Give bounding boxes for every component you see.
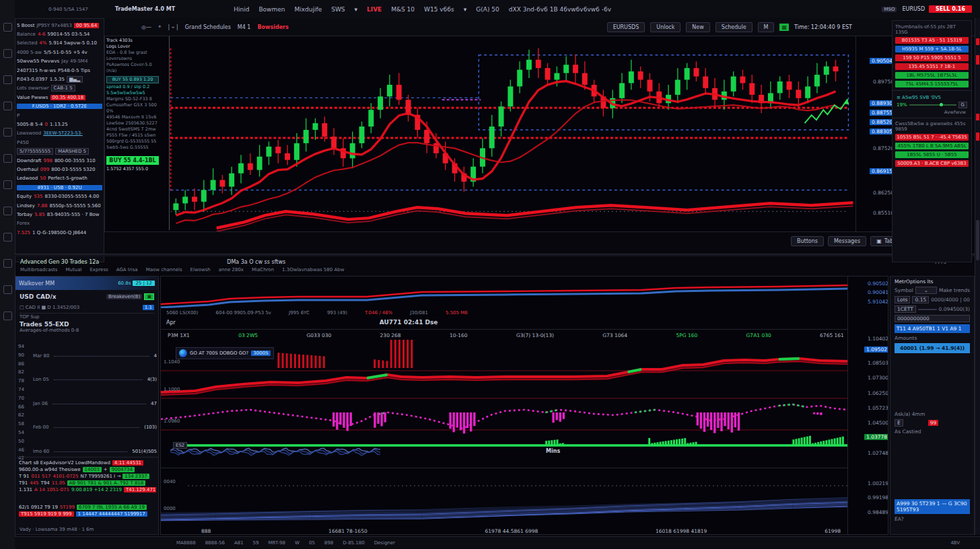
text-gb[interactable]: AB 901 T81 & 901 A..T92 T 818 [67,480,145,486]
layers-icon[interactable] [3,312,12,320]
text-gb[interactable]: 6709 7 I9L 1935 A 66 A9 19 [77,505,147,510]
watch-row[interactable]: Lindsey7.888550p-55-5555 5.560 [17,201,102,210]
watch-row[interactable]: 5 BoostJP95Y 97x485300 95.64 [17,21,102,30]
mini-line-chart[interactable] [161,279,847,308]
menu-item[interactable]: G(A) 50 [471,5,503,14]
watch-row[interactable]: 4000 5-aw5/5-51-0-55 +5 4v [17,48,102,57]
log-row[interactable]: T91445T9411.05AB 901 T81 & 901 A..T92 T … [19,480,156,486]
footer-button[interactable]: Buttons [791,236,824,246]
text-rb[interactable]: T915 5919 919 9 999 [19,511,74,517]
mail-icon[interactable] [3,154,12,163]
toolbar-item[interactable]: Grand Schedules [185,24,231,30]
watch-row[interactable]: Lowswood3EEW-5T223-53- [17,129,102,138]
watch-row[interactable]: P.043-0.03971.5.35▆▄▂ [17,75,102,83]
ea-badge[interactable]: GO AT 700S DOBGO GO? 3000S [176,347,274,359]
slider-track[interactable] [909,104,956,106]
chart-icon[interactable] [3,49,12,58]
toolbar-item[interactable]: M4 1 [238,24,251,30]
bl-mode-chip[interactable]: Breakeven(B) [106,294,142,299]
menu-item[interactable]: M&S 10 [386,5,419,14]
calendar-icon[interactable] [3,128,12,137]
toolbar-right-item[interactable]: EURUSDS [607,22,645,32]
position-row[interactable]: 159 50 P15 5905 5551 5 [895,54,969,61]
text-rb[interactable]: 4:11 44531 [112,460,143,466]
price-chip[interactable]: 1CETT [895,305,916,313]
menu-item[interactable]: Bowmen [254,5,289,14]
toolbar-right-item[interactable]: New [686,22,709,32]
order-bottom-row[interactable]: A999 30 5T239 1 — G 3C90 5195T93 [895,499,970,514]
gauge-row[interactable]: Mar 804 [33,344,157,368]
text-gb[interactable]: 14003 [83,467,102,472]
watch-row[interactable]: 7.5251 Q-G-198500-Q J8644 [17,228,102,237]
buy-badge[interactable]: BUY 55 4.4-1BL [106,156,159,165]
phone-icon[interactable] [3,207,12,215]
watch-row[interactable]: 5005-B 5-401.13.25 [17,120,102,129]
right-scroll-strip[interactable] [975,18,980,535]
buy-sell-button[interactable]: 40001 (1.99 → 41.9(4)) [895,343,970,353]
wrench-icon[interactable] [3,180,12,189]
list-icon[interactable] [3,285,12,294]
text-rb[interactable]: 00.35 400.18 [50,95,86,100]
position-row[interactable]: S0009.A3 · B.ACB CBP v63B3 [895,160,969,167]
bl-detail-chip[interactable]: 1.1 [143,305,154,310]
section-menu-item[interactable]: Elwowsh [190,267,211,275]
text-bb[interactable]: 4931 · U5B · 0.92U [17,185,102,190]
menu-item[interactable]: ▾ [459,5,472,14]
watch-row[interactable]: Downdraft998800-00-3555 310 [17,156,102,165]
book-icon[interactable] [3,233,12,242]
menu-item[interactable]: SWS [326,5,349,14]
log-row[interactable]: 1.131A 14 1051-0719:00.819 +14 2 2319T41… [19,487,156,492]
lots-input[interactable]: 0.15 [912,296,929,303]
slider-button[interactable]: G [958,102,967,108]
account-field[interactable]: 0000000000 [895,315,970,322]
text-box[interactable]: CAB-1 5 [51,85,75,92]
watch-row[interactable]: P450 [17,138,102,147]
log-row[interactable]: T915 5919 919 9 9991 14447 44444447 5199… [19,511,156,517]
section-menu-item[interactable]: Mutual [65,267,81,275]
ribbon-chart[interactable] [161,468,847,530]
section-menu-item[interactable]: 1.3Owlavnabwas 580 Abw [282,267,344,275]
menu-item[interactable]: Hinid [229,5,254,14]
section-menu-item[interactable]: anne 280x [219,267,244,275]
watch-row[interactable]: Balance4-659014-55 03-5.54 [17,30,102,38]
gauge-row[interactable]: Lon 054(3) [33,368,157,392]
bl-green-icon[interactable]: ▣ [144,293,154,300]
toolbar-right-item[interactable]: M [758,22,775,32]
section-menu-item[interactable]: MiaChron [252,267,274,275]
watch-row[interactable]: Ledwood50Perfect-5-growth [17,174,102,183]
tp-row[interactable]: T11 4 A950TB1 1 V1 A9 1 [895,324,970,333]
menu-item[interactable]: LIVE [362,5,386,14]
text-rb[interactable]: T41.129.4711 [124,487,156,492]
lots-chip[interactable]: Lots [895,296,910,303]
position-row[interactable]: 135.45 5351 7 1B-1 [895,63,969,70]
corner-chip[interactable]: MSO [882,7,897,12]
text-box[interactable]: 5/7?5555555 [17,148,53,155]
position-row[interactable]: 455% 1TB0 L B 5A.9M5 AB5L [895,143,969,149]
log-row[interactable]: Chart s8 ExpAdvisor-V2 LowdMandowd4:11 4… [19,460,156,466]
watch-row[interactable]: P [17,111,102,120]
position-row[interactable]: 1BL M5755L 1B75L5L [895,72,969,79]
margin-checkbox[interactable]: E [895,419,903,427]
text-link[interactable]: 3EEW-5T223-53- [43,131,83,136]
toolbar-icon[interactable]: | ⌁ | [168,24,178,30]
gauge-row[interactable]: Jan 0647 [33,392,157,416]
text-gb[interactable]: 9004734 [110,467,135,472]
position-row[interactable]: 1B55L 5855 U · 5B55 [895,151,969,158]
watch-row[interactable]: 2407315 h-w-wsP548-0-5 Tips [17,66,102,75]
toolbar-icon[interactable]: ⌖ [158,24,162,30]
toolbar-right-item[interactable]: Time: 12:04:40 9 EST [794,24,852,30]
watch-row[interactable]: Equity5358330-03055-5555 4.00 [17,192,102,200]
position-row[interactable]: H5935 M 559 + 5A.1B-5L [895,46,969,52]
watch-row[interactable]: Overhaul099800-03-5555 5320 [17,165,102,174]
bl-header-badge[interactable]: 25 | 12 [133,281,155,286]
toolbar-right-item[interactable]: Schedule [715,22,753,32]
text-box[interactable]: MARSHED 5 [55,148,89,155]
toolbar-item[interactable]: Bowsiders [257,24,288,30]
menu-item[interactable]: ▾ [350,5,363,14]
gauge-row[interactable]: Feb 00(103) [33,416,157,440]
text-bb[interactable]: 1 14447 44444447 5199917 [76,511,147,517]
watch-row[interactable]: Selected4%5.914 5wpvw-5 0.10 [17,39,102,48]
watch-row[interactable]: Torbay5.8583-94035-555 · 7 Bow [17,210,102,219]
watch-row[interactable]: 5/7?5555555MARSHED 5 [17,147,102,155]
log-row[interactable]: 9600.00-a w94d Thesiswe14003+9004734 [19,467,156,472]
